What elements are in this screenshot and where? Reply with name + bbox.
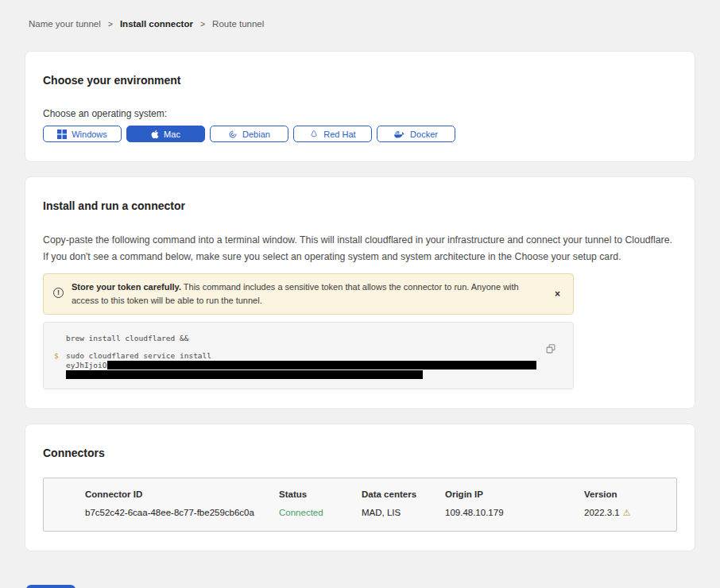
origin-ip-value: 109.48.10.179 [445,508,584,518]
connectors-card-title: Connectors [43,447,677,460]
column-header-version: Version [584,489,668,508]
code-line-sudo: $sudo cloudflared service install [66,351,562,360]
column-header-connector-id: Connector ID [85,489,279,508]
connector-id-value: b7c52c42-6caa-48ee-8c77-fbe259cb6c0a [85,508,279,518]
token-warning-text: Store your token carefully. This command… [72,280,544,308]
docker-icon [394,130,405,139]
token-warning-bold: Store your token carefully. [72,282,181,292]
table-row: b7c52c42-6caa-48ee-8c77-fbe259cb6c0a Con… [85,508,668,518]
os-button-label: Docker [410,130,438,139]
breadcrumb-route-tunnel[interactable]: Route tunnel [212,19,264,29]
connectors-card: Connectors Connector ID Status Data cent… [25,424,695,551]
copy-icon[interactable] [546,344,555,356]
windows-icon [57,130,67,139]
code-line-sudo-text: sudo cloudflared service install [66,351,211,360]
redhat-icon [309,130,319,139]
data-centers-value: MAD, LIS [362,508,445,518]
os-button-label: Debian [242,130,270,139]
os-button-label: Red Hat [323,130,355,139]
install-command-code-block: brew install cloudflared && $sudo cloudf… [43,322,574,389]
os-button-redhat[interactable]: Red Hat [293,126,372,142]
environment-card-title: Choose your environment [43,74,677,87]
os-select-label: Choose an operating system: [43,108,677,119]
breadcrumb: Name your tunnel > Install connector > R… [25,0,695,29]
code-line-brew: brew install cloudflared && [66,334,562,342]
column-header-origin-ip: Origin IP [445,489,584,508]
column-header-status: Status [279,489,362,508]
version-number: 2022.3.1 [584,508,620,517]
breadcrumb-name-your-tunnel[interactable]: Name your tunnel [29,19,101,29]
tunnel-setup-page: Name your tunnel > Install connector > R… [0,0,720,588]
breadcrumb-separator: > [200,19,205,29]
choose-environment-card: Choose your environment Choose an operat… [25,51,695,162]
install-description: Copy-paste the following command into a … [43,232,677,265]
redacted-token-bar [107,361,536,369]
apple-icon [151,130,159,139]
version-warning-icon: ⚠ [623,508,631,517]
token-warning-banner: ! Store your token carefully. This comma… [43,273,574,315]
status-badge: Connected [279,508,362,518]
install-card-title: Install and run a connector [43,199,677,213]
connectors-table: Connector ID Status Data centers Origin … [43,478,677,532]
redacted-token-bar [66,370,423,379]
os-button-docker[interactable]: Docker [377,126,455,142]
code-line-token: eyJhIjoiO [66,361,562,369]
os-button-windows[interactable]: Windows [43,126,122,142]
debian-icon [228,130,238,139]
install-connector-card: Install and run a connector Copy-paste t… [25,176,695,409]
column-header-data-centers: Data centers [362,489,445,508]
os-button-group: Windows Mac Debian [43,126,677,142]
close-icon[interactable]: × [552,287,563,301]
version-value: 2022.3.1⚠ [584,508,668,518]
token-prefix: eyJhIjoiO [66,361,106,369]
breadcrumb-separator: > [108,19,113,29]
os-button-debian[interactable]: Debian [210,126,288,142]
breadcrumb-install-connector[interactable]: Install connector [120,19,193,29]
next-button[interactable]: Next [26,585,75,588]
connectors-table-header: Connector ID Status Data centers Origin … [85,489,668,508]
os-button-label: Mac [164,130,180,139]
os-button-label: Windows [72,130,107,139]
shell-prompt: $ [54,351,59,360]
alert-circle-icon: ! [53,288,64,298]
os-button-mac[interactable]: Mac [126,126,205,142]
